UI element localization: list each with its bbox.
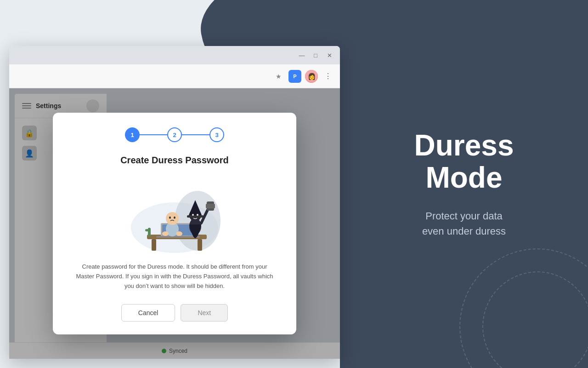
step-3-circle: 3 [209, 127, 224, 142]
feature-title: Duress Mode [414, 129, 514, 194]
browser-window: — □ ✕ ★ P 👩 ⋮ [9, 46, 340, 359]
svg-point-19 [197, 214, 198, 216]
step-line-1 [140, 134, 167, 135]
svg-rect-17 [187, 215, 204, 218]
svg-point-10 [169, 217, 171, 219]
step-2-circle: 2 [167, 127, 182, 142]
svg-point-9 [166, 212, 179, 225]
create-duress-password-dialog: 1 2 3 Create Duress Password [53, 113, 296, 334]
bookmark-icon[interactable]: ★ [272, 70, 285, 83]
svg-rect-4 [198, 239, 202, 251]
browser-content: Settings 🔒 👤 1 2 [9, 88, 340, 359]
step-line-2 [182, 134, 209, 135]
step-indicator: 1 2 3 [71, 127, 278, 142]
svg-rect-3 [152, 239, 156, 251]
user-avatar-icon[interactable]: 👩 [305, 70, 318, 83]
svg-rect-24 [145, 229, 151, 231]
subtitle-line1: Protect your data [425, 210, 503, 222]
browser-toolbar: ★ P 👩 ⋮ [9, 64, 340, 88]
dialog-description: Create password for the Duress mode. It … [71, 262, 278, 291]
svg-point-13 [176, 231, 182, 236]
title-line1: Duress [414, 129, 514, 162]
cancel-button[interactable]: Cancel [121, 304, 175, 322]
dialog-buttons: Cancel Next [71, 304, 278, 322]
right-panel: Duress Mode Protect your data even under… [340, 0, 588, 368]
subtitle-line2: even under duress [422, 225, 506, 237]
svg-point-11 [174, 217, 175, 219]
next-button[interactable]: Next [181, 304, 228, 322]
svg-point-18 [192, 214, 194, 216]
modal-overlay: 1 2 3 Create Duress Password [9, 88, 340, 359]
titlebar-controls: — □ ✕ [299, 52, 333, 58]
feature-subtitle: Protect your data even under duress [422, 208, 506, 239]
close-button[interactable]: ✕ [326, 52, 333, 58]
title-line2: Mode [425, 161, 502, 194]
avatar-face: 👩 [305, 70, 318, 83]
left-panel: — □ ✕ ★ P 👩 ⋮ [0, 0, 340, 368]
dialog-title: Create Duress Password [71, 155, 278, 166]
duress-illustration [124, 175, 225, 253]
chrome-menu-icon[interactable]: ⋮ [322, 70, 334, 83]
browser-titlebar: — □ ✕ [9, 46, 340, 64]
illustration-container [71, 175, 278, 253]
passpack-extension-icon[interactable]: P [288, 70, 301, 83]
svg-point-12 [162, 231, 169, 236]
minimize-button[interactable]: — [299, 52, 305, 58]
step-1-circle: 1 [125, 127, 140, 142]
maximize-button[interactable]: □ [312, 52, 319, 58]
svg-rect-22 [206, 204, 215, 208]
